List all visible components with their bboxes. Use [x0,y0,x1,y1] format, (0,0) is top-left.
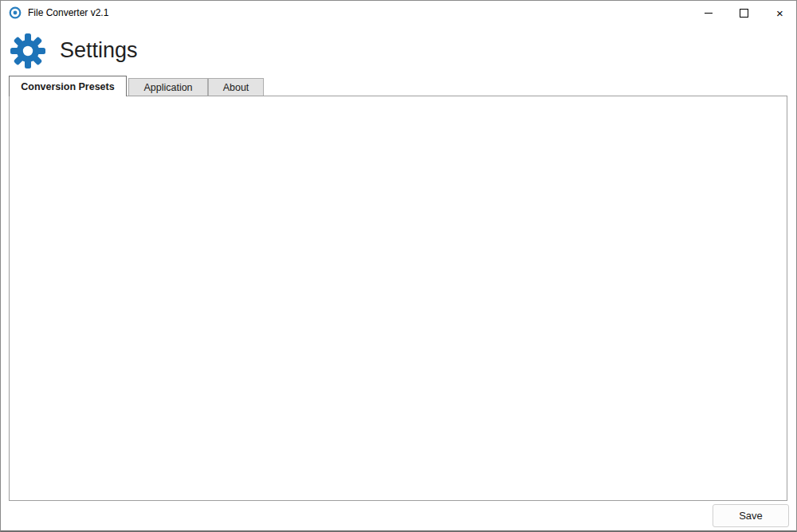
minimize-icon [705,13,713,14]
tab-content-panel [9,96,787,501]
tab-application[interactable]: Application [128,78,208,96]
window-title: File Converter v2.1 [28,7,108,18]
app-icon [9,6,22,19]
close-button[interactable]: × [762,1,797,25]
close-icon: × [776,7,783,19]
maximize-button[interactable] [726,1,762,25]
maximize-icon [740,9,748,18]
minimize-button[interactable] [690,1,726,25]
tab-conversion-presets[interactable]: Conversion Presets [9,76,127,96]
title-bar: File Converter v2.1 × [1,1,796,25]
page-title: Settings [60,38,138,63]
save-button[interactable]: Save [713,504,789,527]
tab-about[interactable]: About [208,78,264,96]
settings-gear-icon [10,33,46,69]
